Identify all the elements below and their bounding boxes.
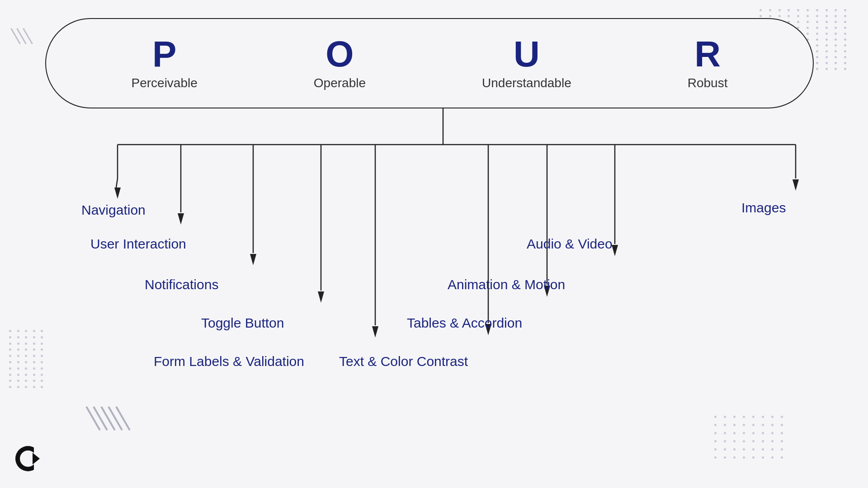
letter-r: R (694, 36, 721, 72)
decorative-dot (9, 336, 11, 338)
decorative-dot (816, 9, 818, 11)
decorative-dot (835, 15, 837, 17)
decorative-dot (788, 9, 790, 11)
decorative-dot (760, 15, 762, 17)
svg-marker-14 (318, 291, 324, 303)
decorative-dot (33, 348, 35, 351)
label-toggle-button: Toggle Button (201, 315, 284, 330)
pour-item-r: R Robust (688, 36, 728, 90)
decorative-dot (807, 15, 809, 17)
decorative-dot (17, 386, 19, 388)
decorative-dot (33, 380, 35, 382)
decorative-dot (826, 33, 828, 35)
decorative-dot (25, 386, 27, 388)
decorative-dot (826, 21, 828, 23)
decorative-dot (826, 56, 828, 58)
decorative-dot (835, 38, 837, 41)
decorative-dot (9, 374, 11, 376)
decorative-dot (835, 68, 837, 70)
decorative-dot (844, 33, 846, 35)
decorative-dot (826, 50, 828, 52)
decorative-dot (826, 38, 828, 41)
decorative-dot (9, 367, 11, 370)
decorative-dot (826, 27, 828, 29)
decorative-dot (844, 44, 846, 47)
decorative-dot (25, 367, 27, 370)
decorative-dot (25, 348, 27, 351)
svg-marker-12 (250, 254, 256, 265)
decorative-dot (826, 9, 828, 11)
decorative-dot (17, 343, 19, 345)
decorative-dot (33, 355, 35, 357)
decorative-dot (807, 9, 809, 11)
word-perceivable: Perceivable (132, 76, 198, 90)
decorative-dot (25, 343, 27, 345)
letter-p: P (152, 36, 176, 72)
decorative-dot (835, 21, 837, 23)
decorative-dot (844, 68, 846, 70)
decorative-dot (797, 15, 799, 17)
label-form-labels: Form Labels & Validation (154, 354, 304, 369)
decorative-dot (9, 343, 11, 345)
decorative-dot (17, 330, 19, 332)
label-tables: Tables & Accordion (407, 315, 522, 330)
word-operable: Operable (314, 76, 366, 90)
decorative-dot (9, 348, 11, 351)
decorative-dot (9, 380, 11, 382)
decorative-dot (844, 50, 846, 52)
word-robust: Robust (688, 76, 728, 90)
decorative-dot (807, 21, 809, 23)
decorative-dot (25, 361, 27, 363)
decorative-dot (816, 62, 818, 64)
decorative-dot (835, 44, 837, 47)
decorative-dot (33, 330, 35, 332)
decorative-dot (844, 15, 846, 17)
pour-item-u: U Understandable (482, 36, 571, 90)
decorative-dot (835, 50, 837, 52)
diagram-area: Navigation User Interaction Notification… (36, 108, 850, 488)
svg-line-7 (116, 178, 118, 188)
decorative-dot (788, 15, 790, 17)
label-navigation: Navigation (81, 202, 146, 217)
decorative-dot (797, 9, 799, 11)
decorative-dot (760, 9, 762, 11)
decorative-dot (835, 27, 837, 29)
letter-o: O (326, 36, 354, 72)
decorative-dot (769, 9, 771, 11)
decorative-dot (17, 380, 19, 382)
decorative-dot (835, 33, 837, 35)
diagram-svg: Navigation User Interaction Notification… (36, 108, 850, 488)
pour-item-p: P Perceivable (132, 36, 198, 90)
svg-marker-10 (178, 213, 184, 225)
decorative-dot (25, 336, 27, 338)
decorative-dot (33, 374, 35, 376)
decorative-dot (33, 361, 35, 363)
decorative-dot (807, 33, 809, 35)
letter-u: U (514, 36, 540, 72)
decorative-dot (33, 343, 35, 345)
decorative-dot (826, 68, 828, 70)
decorative-dot (826, 62, 828, 64)
decorative-dot (9, 330, 11, 332)
decorative-dot (17, 361, 19, 363)
decorative-dot (816, 21, 818, 23)
decorative-dot (17, 374, 19, 376)
decorative-dot (17, 355, 19, 357)
decorative-dot (826, 44, 828, 47)
decorative-dot (844, 27, 846, 29)
decorative-dot (778, 15, 781, 17)
decorative-dot (835, 56, 837, 58)
decorative-dot (25, 374, 27, 376)
decorative-dot (33, 386, 35, 388)
decorative-dot (844, 56, 846, 58)
label-animation: Animation & Motion (448, 277, 565, 292)
decorative-dot (9, 386, 11, 388)
decorative-dot (797, 21, 799, 23)
pour-pill: P Perceivable O Operable U Understandabl… (45, 18, 814, 108)
decorative-dot (807, 27, 809, 29)
decorative-dot (17, 336, 19, 338)
svg-marker-24 (793, 179, 799, 191)
decorative-dot (17, 367, 19, 370)
decorative-dot (816, 15, 818, 17)
decorative-dot (33, 367, 35, 370)
